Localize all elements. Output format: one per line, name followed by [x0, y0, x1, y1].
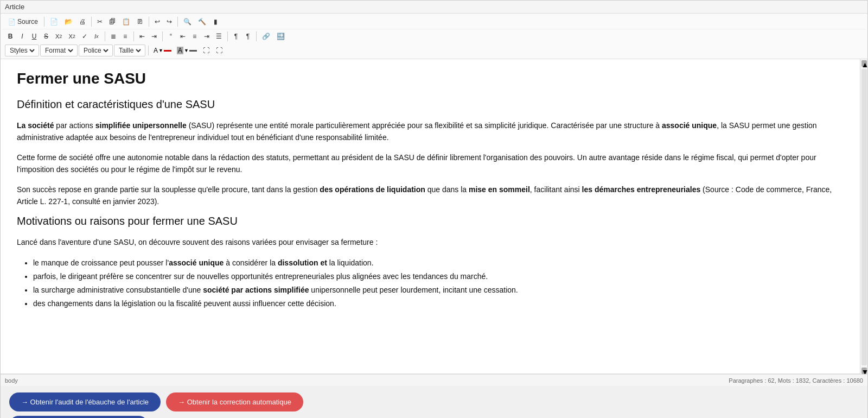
unlink-button[interactable]: 🔜 — [274, 30, 288, 42]
link-button[interactable]: 🔗 — [259, 30, 273, 42]
styles-dropdown[interactable]: Styles — [8, 46, 36, 55]
font-color-button[interactable]: A ▼ — [151, 45, 174, 56]
separator10 — [148, 46, 149, 55]
separator4 — [177, 17, 178, 27]
bold-button[interactable]: B — [5, 30, 16, 42]
separator5 — [105, 31, 105, 41]
editor-area[interactable]: Fermer une SASU Définition et caractéris… — [1, 59, 860, 374]
scrollbar[interactable]: ▲ ▼ — [860, 59, 867, 374]
find-replace-button[interactable]: 🔨 — [195, 16, 209, 28]
list-item-3: la surcharge administrative consubstanti… — [33, 283, 844, 297]
align-left-button[interactable]: ⇤ — [177, 30, 188, 42]
list-item-2: parfois, le dirigeant préfère se concent… — [33, 270, 844, 283]
separator8 — [227, 31, 228, 41]
bold-text-2: simplifiée unipersonnelle — [95, 121, 187, 130]
correction-button[interactable]: → Obtenir la correction automatique — [166, 392, 303, 411]
outdent-button[interactable]: ⇤ — [137, 30, 148, 42]
bold-societe-actions: société par actions simplifiée — [203, 286, 309, 294]
fullscreen-button[interactable]: ⛶ — [200, 45, 212, 56]
separator — [44, 17, 44, 27]
format-select[interactable]: Format — [40, 45, 78, 56]
toolbar-row-1: 📄 Source 📄 📂 🖨 ✂ 🗐 📋 🖹 ↩ ↪ 🔍 🔨 ▮ — [3, 15, 865, 29]
article-title: Fermer une SASU — [17, 70, 844, 87]
source-icon: 📄 — [8, 18, 16, 26]
window-title: Article — [5, 3, 24, 11]
list-item-1: le manque de croissance peut pousser l'a… — [33, 256, 844, 270]
new-doc-button[interactable]: 📄 — [47, 16, 61, 28]
bold-dissolution: dissolution et — [278, 258, 327, 267]
copy-button[interactable]: 🗐 — [106, 16, 118, 28]
align-justify-button[interactable]: ☰ — [213, 30, 225, 42]
separator3 — [149, 17, 149, 27]
highlight-dropdown: ▼ — [184, 48, 189, 53]
removeformat-button[interactable]: ✓ — [79, 30, 90, 42]
taille-select[interactable]: Taille — [114, 45, 145, 56]
button-row-2: → Sauvegarder l'ébauche de l'article — [9, 416, 859, 418]
align-right-button[interactable]: ⇥ — [201, 30, 212, 42]
bold-text-3: associé unique — [662, 121, 717, 130]
copyformat-button[interactable]: Ix — [91, 30, 102, 42]
font-color-icon: A — [154, 47, 158, 54]
open-button[interactable]: 📂 — [62, 16, 75, 28]
scroll-down-arrow[interactable]: ▼ — [861, 368, 867, 374]
indent-button[interactable]: ⇥ — [149, 30, 159, 42]
underline-button[interactable]: U — [29, 30, 40, 42]
list-item-4: des changements dans la législation ou l… — [33, 297, 844, 311]
ul-button[interactable]: ≡ — [120, 30, 131, 42]
find-button[interactable]: 🔍 — [181, 16, 194, 28]
redo-button[interactable]: ↪ — [164, 16, 175, 28]
paragraph-1: La société par actions simplifiée uniper… — [17, 119, 844, 144]
format-dropdown[interactable]: Format — [43, 46, 75, 55]
bottom-buttons: → Obtenir l'audit de l'ébauche de l'arti… — [1, 386, 867, 418]
maximize-button[interactable]: ⛶ — [213, 45, 225, 56]
undo-button[interactable]: ↩ — [152, 16, 163, 28]
title-bar: Article — [1, 1, 867, 14]
source-label: Source — [17, 18, 38, 26]
highlight-indicator — [189, 50, 197, 52]
italic-button[interactable]: I — [17, 30, 28, 42]
rtl-button[interactable]: ¶ — [242, 30, 253, 42]
audit-button[interactable]: → Obtenir l'audit de l'ébauche de l'arti… — [9, 392, 161, 411]
paragraph-2: Cette forme de société offre une autonom… — [17, 151, 844, 176]
ltr-button[interactable]: ¶ — [231, 30, 241, 42]
button-row-1: → Obtenir l'audit de l'ébauche de l'arti… — [9, 392, 859, 411]
highlight-color-button[interactable]: A ▼ — [175, 45, 199, 56]
paste-text-button[interactable]: 🖹 — [134, 16, 146, 28]
paragraph-3: Son succès repose en grande partie sur l… — [17, 183, 844, 208]
toolbar: 📄 Source 📄 📂 🖨 ✂ 🗐 📋 🖹 ↩ ↪ 🔍 🔨 ▮ B I U — [1, 14, 867, 59]
separator6 — [133, 31, 134, 41]
styles-select[interactable]: Styles — [5, 45, 39, 56]
save-button[interactable]: → Sauvegarder l'ébauche de l'article — [9, 416, 148, 418]
police-dropdown[interactable]: Police — [81, 46, 110, 55]
police-select[interactable]: Police — [79, 45, 113, 56]
bold-operations: des opérations de liquidation — [320, 185, 425, 194]
paste-button[interactable]: 📋 — [119, 16, 133, 28]
strikethrough-button[interactable]: S — [41, 30, 52, 42]
bold-demarches: les démarches entrepreneuriales — [582, 185, 701, 194]
stats-indicator: Paragraphes : 62, Mots : 1832, Caractère… — [729, 377, 863, 384]
bold-text-1: La société — [17, 121, 54, 130]
section1-heading: Définition et caractéristiques d'une SAS… — [17, 98, 844, 111]
section2-heading: Motivations ou raisons pour fermer une S… — [17, 215, 844, 227]
ol-button[interactable]: ≣ — [108, 30, 119, 42]
taille-dropdown[interactable]: Taille — [117, 46, 143, 55]
separator2 — [91, 17, 92, 27]
source-button[interactable]: 📄 Source — [5, 17, 41, 27]
status-bar: body Paragraphes : 62, Mots : 1832, Cara… — [1, 374, 867, 386]
font-color-dropdown: ▼ — [158, 48, 163, 53]
highlight-color-icon: A — [177, 47, 183, 54]
separator7 — [162, 31, 163, 41]
cut-button[interactable]: ✂ — [94, 16, 105, 28]
select-all-button[interactable]: ▮ — [210, 16, 221, 28]
scroll-thumb[interactable] — [861, 69, 867, 365]
align-center-button[interactable]: ≡ — [189, 30, 200, 42]
print-button[interactable]: 🖨 — [76, 16, 88, 28]
paragraph-4: Lancé dans l'aventure d'une SASU, on déc… — [17, 236, 844, 248]
blockquote-button[interactable]: “ — [165, 30, 176, 42]
bullet-list: le manque de croissance peut pousser l'a… — [33, 256, 844, 311]
font-color-indicator — [164, 50, 171, 52]
scroll-up-arrow[interactable]: ▲ — [861, 60, 867, 67]
separator9 — [256, 31, 257, 41]
subscript-button[interactable]: X2 — [53, 30, 65, 42]
superscript-button[interactable]: X2 — [66, 30, 78, 42]
